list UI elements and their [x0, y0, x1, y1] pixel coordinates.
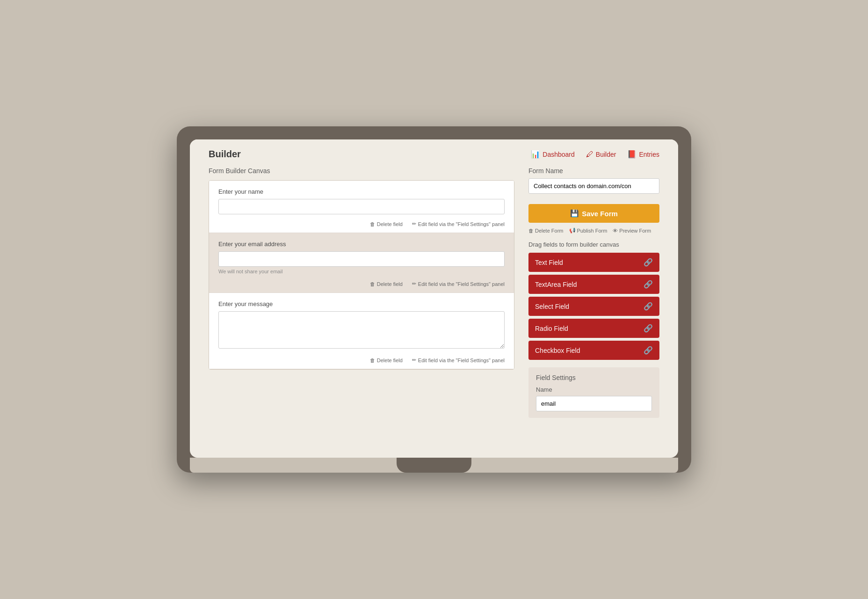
canvas-title: Form Builder Canvas: [209, 167, 514, 175]
delete-field-1[interactable]: 🗑 Delete field: [370, 281, 403, 287]
settings-name-input[interactable]: [536, 396, 652, 411]
entries-icon: 📕: [627, 150, 637, 159]
nav-builder-label: Builder: [596, 151, 616, 158]
form-name-section: Form Name: [528, 167, 659, 198]
field-message-actions: 🗑 Delete field ✏ Edit field via the "Fie…: [218, 354, 505, 363]
preview-form-link[interactable]: 👁 Preview Form: [613, 227, 651, 234]
save-icon: 💾: [570, 209, 579, 218]
checkbox-field-drag-icon: 🔗: [644, 346, 653, 355]
app-title: Builder: [209, 149, 241, 160]
field-email-label: Enter your email address: [218, 241, 505, 248]
select-field-drag-icon: 🔗: [644, 302, 653, 311]
drag-textarea-field-button[interactable]: TextArea Field 🔗: [528, 275, 659, 294]
field-name-label: Enter your name: [218, 188, 505, 195]
field-name-block: Enter your name 🗑 Delete field ✏ Edit fi…: [209, 181, 514, 233]
laptop-frame: Builder 📊 Dashboard 🖊 Builder 📕 Entries: [177, 126, 691, 473]
field-email-hint: We will not share your email: [218, 269, 505, 274]
laptop-base: [190, 458, 678, 473]
right-panel: Form Name 💾 Save Form 🗑 Delete Form 📢 Pu…: [528, 167, 659, 418]
form-meta-links: 🗑 Delete Form 📢 Publish Form 👁 Preview F…: [528, 227, 659, 234]
nav-dashboard[interactable]: 📊 Dashboard: [531, 150, 575, 159]
delete-field-2[interactable]: 🗑 Delete field: [370, 357, 403, 363]
textarea-field-drag-icon: 🔗: [644, 280, 653, 289]
textarea-field-label: TextArea Field: [535, 281, 577, 288]
text-field-label: Text Field: [535, 259, 563, 266]
publish-form-link[interactable]: 📢 Publish Form: [569, 227, 608, 234]
drag-radio-field-button[interactable]: Radio Field 🔗: [528, 319, 659, 338]
save-form-button[interactable]: 💾 Save Form: [528, 204, 659, 223]
field-message-block: Enter your message 🗑 Delete field ✏ Edit…: [209, 293, 514, 369]
select-field-label: Select Field: [535, 303, 569, 310]
delete-form-link[interactable]: 🗑 Delete Form: [528, 227, 564, 234]
builder-icon: 🖊: [586, 150, 593, 159]
drag-fields-list: Text Field 🔗 TextArea Field 🔗 Select Fie…: [528, 253, 659, 360]
field-email-block: Enter your email address We will not sha…: [209, 233, 514, 293]
edit-field-0[interactable]: ✏ Edit field via the "Field Settings" pa…: [412, 221, 505, 227]
settings-name-label: Name: [536, 386, 652, 393]
dashboard-icon: 📊: [531, 150, 540, 159]
drag-fields-title: Drag fields to form builder canvas: [528, 241, 659, 248]
save-button-label: Save Form: [582, 210, 618, 218]
edit-field-2[interactable]: ✏ Edit field via the "Field Settings" pa…: [412, 357, 505, 363]
nav-builder[interactable]: 🖊 Builder: [586, 150, 616, 159]
drag-checkbox-field-button[interactable]: Checkbox Field 🔗: [528, 341, 659, 360]
main-content: Form Builder Canvas Enter your name 🗑 De…: [190, 167, 678, 418]
nav-dashboard-label: Dashboard: [542, 151, 575, 158]
nav-links: 📊 Dashboard 🖊 Builder 📕 Entries: [531, 150, 659, 159]
text-field-drag-icon: 🔗: [644, 258, 653, 267]
form-name-label: Form Name: [528, 167, 659, 175]
field-email-input[interactable]: [218, 251, 505, 267]
delete-field-0[interactable]: 🗑 Delete field: [370, 221, 403, 227]
radio-field-label: Radio Field: [535, 325, 568, 332]
nav-entries-label: Entries: [639, 151, 659, 158]
form-name-input[interactable]: [528, 178, 659, 194]
left-panel: Form Builder Canvas Enter your name 🗑 De…: [209, 167, 528, 418]
drag-text-field-button[interactable]: Text Field 🔗: [528, 253, 659, 272]
app-header: Builder 📊 Dashboard 🖊 Builder 📕 Entries: [190, 139, 678, 167]
field-message-textarea[interactable]: [218, 311, 505, 349]
field-settings-section: Field Settings Name: [528, 367, 659, 418]
checkbox-field-label: Checkbox Field: [535, 347, 580, 354]
laptop-notch: [397, 458, 471, 473]
field-name-actions: 🗑 Delete field ✏ Edit field via the "Fie…: [218, 218, 505, 227]
field-name-input[interactable]: [218, 199, 505, 214]
laptop-screen: Builder 📊 Dashboard 🖊 Builder 📕 Entries: [190, 139, 678, 458]
edit-field-1[interactable]: ✏ Edit field via the "Field Settings" pa…: [412, 281, 505, 287]
nav-entries[interactable]: 📕 Entries: [627, 150, 659, 159]
canvas-area: Enter your name 🗑 Delete field ✏ Edit fi…: [209, 180, 514, 370]
radio-field-drag-icon: 🔗: [644, 324, 653, 333]
drag-select-field-button[interactable]: Select Field 🔗: [528, 297, 659, 316]
field-settings-title: Field Settings: [536, 374, 652, 381]
field-email-actions: 🗑 Delete field ✏ Edit field via the "Fie…: [218, 278, 505, 287]
field-message-label: Enter your message: [218, 300, 505, 307]
